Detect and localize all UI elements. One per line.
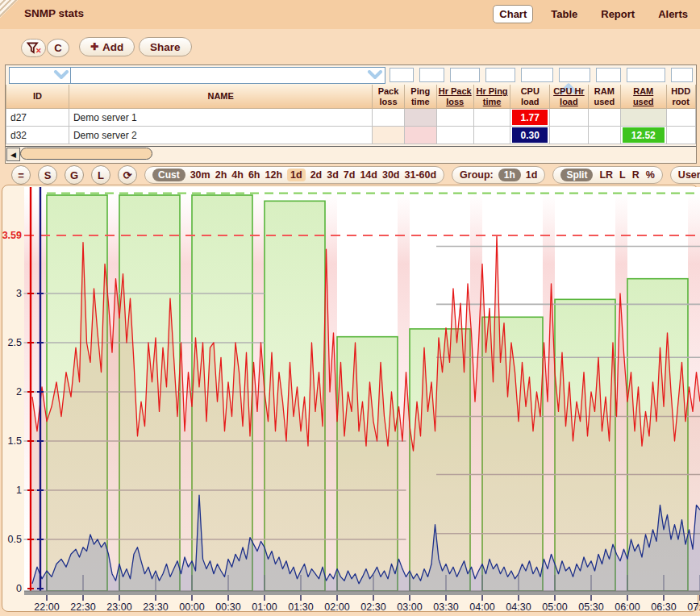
range-7d[interactable]: 7d [344, 169, 356, 181]
column-header-ram-used[interactable]: RAM used [588, 85, 620, 109]
column-header-label: Ping time [410, 86, 430, 106]
x-tick-label: 00:00 [179, 601, 204, 613]
group-label: Group: [460, 169, 494, 181]
column-header-label: Hr Ping time [476, 86, 507, 106]
range-12h[interactable]: 12h [265, 169, 282, 181]
column-header-label: RAM used [594, 86, 615, 106]
corner-resize-decoration [0, 0, 18, 18]
range-30m[interactable]: 30m [190, 169, 210, 181]
chevron-down-icon [367, 70, 383, 81]
range-6h[interactable]: 6h [248, 169, 260, 181]
range-30d[interactable]: 30d [382, 169, 400, 181]
cell-metric [550, 109, 589, 127]
range-2h[interactable]: 2h [215, 169, 227, 181]
chevron-down-icon [53, 70, 69, 81]
column-header-label: CPU Hr load [553, 86, 585, 106]
tab-report[interactable]: Report [595, 6, 640, 23]
group-1d[interactable]: 1d [526, 169, 538, 181]
y-tick-label: 2.5 [8, 337, 22, 348]
column-header-label: CPU load [521, 86, 540, 106]
range-cust-button[interactable]: Cust [152, 169, 185, 181]
cell-metric [588, 109, 620, 127]
y-tick-label: 0.5 [8, 534, 22, 545]
column-filter-input[interactable] [485, 68, 515, 82]
id-filter-combobox[interactable] [9, 67, 72, 84]
cell-metric [373, 127, 404, 144]
split-lr[interactable]: LR [599, 169, 613, 181]
column-header-ping-time[interactable]: Ping time [404, 85, 436, 109]
split-l[interactable]: L [619, 169, 626, 181]
column-header-cpu-hr-load[interactable]: CPU Hr load [550, 85, 589, 109]
mode-user[interactable]: User [678, 169, 700, 181]
column-header-id[interactable]: ID [6, 85, 69, 109]
column-filter-input[interactable] [627, 68, 665, 82]
filter-clear-button[interactable]: ✕ [21, 39, 46, 57]
c-button[interactable]: C [47, 39, 69, 57]
snmp-time-series-chart[interactable]: 22:0022:3023:0023:3000:0000:3001:0001:30… [0, 187, 700, 616]
tab-chart[interactable]: Chart [493, 5, 533, 23]
horizontal-scrollbar[interactable]: ◀ [6, 146, 696, 161]
x-tick-label: 04:30 [506, 601, 531, 613]
status-badge: 0.30 [512, 127, 548, 143]
x-tick-label: 03:00 [397, 601, 422, 613]
range-1d[interactable]: 1d [287, 169, 306, 181]
cell-metric: 0.30 [510, 127, 550, 144]
group-1h-button[interactable]: 1h [498, 169, 521, 181]
x-tick-label: 07:00 [687, 601, 700, 613]
x-tick-label: 23:30 [143, 601, 168, 613]
tab-table[interactable]: Table [545, 6, 583, 23]
split-%[interactable]: % [646, 169, 655, 181]
refresh-button[interactable]: ⟳ [118, 165, 137, 185]
chart-tool-button-=[interactable]: = [11, 165, 31, 185]
cell-metric [473, 127, 510, 144]
time-range-group: Cust30m2h4h6h12h1d2d3d7d14d30d31-60d [144, 166, 444, 184]
range-14d[interactable]: 14d [360, 169, 377, 181]
column-header-ram-used[interactable]: RAM used [620, 85, 666, 109]
column-header-hdd-root[interactable]: HDD root [666, 85, 695, 109]
server-table: IDNAMEPack lossPing timeHr Pack lossHr P… [6, 85, 696, 144]
chart-tool-button-l[interactable]: L [91, 165, 110, 185]
x-tick-label: 03:30 [433, 601, 458, 613]
column-filter-input[interactable] [521, 68, 553, 82]
name-filter-combobox[interactable] [70, 67, 385, 84]
column-filter-input[interactable] [671, 68, 693, 82]
column-header-name[interactable]: NAME [69, 85, 372, 109]
table-row[interactable]: d32Demo server 20.3012.52 [6, 127, 696, 144]
chart-tool-button-s[interactable]: S [38, 165, 57, 185]
column-filter-input[interactable] [559, 68, 590, 82]
chart-tool-button-g[interactable]: G [65, 165, 84, 185]
split-axes-group: SplitLRLR% [552, 166, 662, 184]
range-3d[interactable]: 3d [327, 169, 339, 181]
range-31-60d[interactable]: 31-60d [405, 169, 437, 181]
cell-metric [436, 127, 473, 144]
x-tick-label: 02:30 [360, 601, 385, 613]
column-header-hr-pack-loss[interactable]: Hr Pack loss [436, 85, 473, 109]
column-filter-input[interactable] [419, 68, 444, 82]
column-header-cpu-load[interactable]: CPU load [510, 85, 550, 109]
y-tick-label: 0 [16, 583, 22, 594]
column-filter-input[interactable] [596, 68, 621, 82]
x-tick-label: 00:30 [215, 601, 240, 613]
range-2d[interactable]: 2d [310, 169, 323, 181]
tab-alerts[interactable]: Alerts [652, 6, 694, 23]
status-badge: 12.52 [623, 127, 665, 143]
split-button[interactable]: Split [560, 169, 593, 181]
x-tick-label: 22:30 [70, 601, 95, 613]
share-button[interactable]: Share [139, 37, 192, 56]
column-filter-input[interactable] [390, 68, 414, 82]
table-row[interactable]: d27Demo server 11.77 [6, 109, 696, 127]
column-filter-input[interactable] [450, 68, 480, 82]
cell-metric [550, 127, 589, 144]
app-window: SNMP stats ChartTableReportAlerts ✕ C ✚ … [0, 0, 700, 616]
y-max-label: 3.59 [2, 230, 22, 241]
x-tick-label: 22:00 [34, 601, 59, 613]
cell-name: Demo server 2 [69, 127, 372, 144]
range-4h[interactable]: 4h [231, 169, 244, 181]
group-interval-group: Group:1h1d [452, 166, 545, 184]
column-header-hr-ping-time[interactable]: Hr Ping time [473, 85, 510, 109]
scrollbar-thumb[interactable] [20, 148, 152, 160]
split-r[interactable]: R [632, 169, 640, 181]
add-button[interactable]: ✚ Add [79, 37, 135, 56]
scroll-left-arrow[interactable]: ◀ [6, 148, 20, 161]
column-header-pack-loss[interactable]: Pack loss [373, 85, 404, 109]
